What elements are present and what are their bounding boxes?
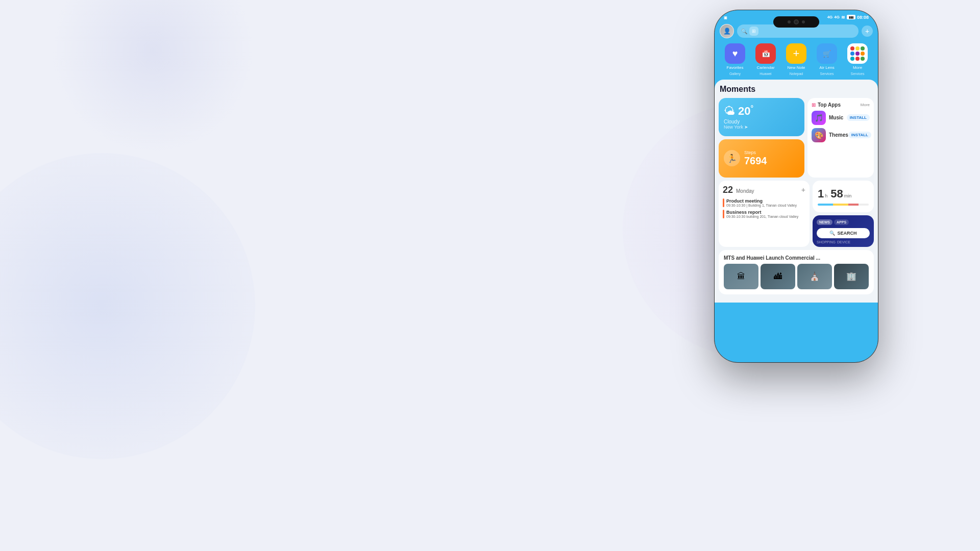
bg-decoration-topleft	[51, 0, 255, 153]
calendar-widget[interactable]: 22 Monday + Product meeting 09:30-10:30 …	[719, 181, 810, 247]
app-item-new-note[interactable]: + New Note Notepad	[783, 43, 809, 76]
top-apps-header: ⊞ Top Apps More	[812, 102, 870, 108]
top-apps-title: Top Apps	[818, 102, 841, 108]
phone-device: ▣ 4G 4G ≋ ▮▮▮ 08:08 👤 🔍 ⊞	[715, 10, 878, 367]
search-tag-news: NEWS	[817, 219, 832, 225]
news-image-1: 🏛	[724, 264, 758, 289]
themes-install-button[interactable]: INSTALL	[848, 132, 871, 138]
news-headline: MTS and Huawei Launch Commercial ...	[724, 255, 869, 261]
calendar-day-name: Monday	[736, 188, 754, 194]
search-tag-shopping: SHOPPING	[817, 240, 836, 244]
timer-widget[interactable]: 1 h 58 min	[813, 181, 874, 212]
weather-condition-icon: 🌤	[724, 105, 735, 118]
moments-title: Moments	[719, 85, 874, 94]
air-lens-icon: 🛒	[817, 43, 837, 64]
timer-progress-bar	[818, 204, 869, 206]
weather-city: New York ➤	[724, 124, 799, 130]
battery-icon: ▮▮▮	[847, 15, 855, 19]
calendar-event-1: Product meeting 09:30-10:30 | Building 1…	[723, 198, 805, 207]
event-bar-1	[723, 198, 724, 207]
news-images: 🏛 🏙 ⛪ 🏢	[724, 264, 869, 289]
event-title-1: Product meeting	[726, 198, 805, 204]
search-widget-button[interactable]: 🔍 SEARCH	[817, 228, 870, 238]
search-tag-apps: APPS	[834, 219, 849, 225]
scan-icon[interactable]: ⊞	[749, 27, 758, 36]
news-img-placeholder-4: 🏢	[834, 264, 869, 289]
status-carrier: ▣	[724, 14, 727, 20]
timer-search-col: 1 h 58 min NEWS APPS	[813, 181, 874, 247]
news-img-placeholder-2: 🏙	[761, 264, 795, 289]
news-img-placeholder-1: 🏛	[724, 264, 758, 289]
app-item-air-lens[interactable]: 🛒 Air Lens Services	[814, 43, 840, 76]
news-image-2: 🏙	[761, 264, 795, 289]
more-services-icon	[847, 43, 868, 64]
notch-dot	[802, 20, 805, 23]
weather-steps-col: 🌤 20° Cloudy New York ➤	[719, 98, 804, 178]
news-image-3: ⛪	[797, 264, 832, 289]
steps-widget[interactable]: 🏃 Steps 7694	[719, 139, 804, 178]
weather-temperature: 20°	[738, 105, 753, 117]
top-apps-more-link[interactable]: More	[861, 103, 870, 107]
music-install-button[interactable]: INSTALL	[847, 114, 870, 121]
wifi-icon: ≋	[841, 15, 845, 20]
steps-label: Steps	[744, 150, 767, 155]
news-image-4: 🏢	[834, 264, 869, 289]
apps-row: ♥ Favorites Gallery 📅 Carlendar Huawei +…	[715, 40, 878, 80]
top-apps-themes-row: 🎨 Themes INSTALL	[812, 128, 870, 142]
steps-info: Steps 7694	[744, 150, 767, 167]
content-area: Moments 🌤 20°	[715, 80, 878, 303]
app-item-calendar[interactable]: 📅 Carlendar Huawei	[753, 43, 778, 76]
event-title-2: Business report	[726, 210, 805, 215]
notch-sensor	[788, 20, 791, 23]
event-time-1: 09:30-10:30 | Building 1, Tianan cloud V…	[726, 204, 805, 207]
search-widget[interactable]: NEWS APPS 🔍 SEARCH SHOPPING DEVICE	[813, 215, 874, 247]
timer-display: 1 h 58 min	[818, 187, 851, 201]
phone-screen: ▣ 4G 4G ≋ ▮▮▮ 08:08 👤 🔍 ⊞	[715, 10, 878, 362]
event-bar-2	[723, 210, 724, 218]
news-widget[interactable]: MTS and Huawei Launch Commercial ... 🏛 🏙…	[719, 250, 874, 294]
new-note-icon: +	[786, 43, 806, 64]
add-icon[interactable]: +	[862, 26, 873, 37]
search-widget-search-icon: 🔍	[829, 231, 835, 236]
phone-notch	[773, 16, 819, 28]
signal2-icon: 4G	[834, 15, 840, 19]
steps-count: 7694	[744, 155, 767, 167]
weather-widget[interactable]: 🌤 20° Cloudy New York ➤	[719, 98, 804, 136]
widgets-row2: 22 Monday + Product meeting 09:30-10:30 …	[719, 181, 874, 247]
search-widget-label: SEARCH	[837, 231, 856, 236]
music-app-icon: 🎵	[812, 111, 826, 125]
bg-decoration-left	[0, 153, 255, 459]
calendar-icon: 📅	[755, 43, 776, 64]
app-item-favorites[interactable]: ♥ Favorites Gallery	[722, 43, 748, 76]
timer-m-label: min	[844, 193, 852, 198]
top-apps-grid-icon: ⊞	[812, 102, 816, 108]
themes-app-icon: 🎨	[812, 128, 826, 142]
top-apps-music-row: 🎵 Music INSTALL	[812, 111, 870, 125]
search-bottom-tags: SHOPPING DEVICE	[817, 240, 870, 244]
weather-condition-text: Cloudy	[724, 119, 799, 124]
search-icon: 🔍	[741, 29, 747, 34]
themes-app-name: Themes	[829, 132, 848, 138]
calendar-event-2: Business report 09:30-10:30 building 201…	[723, 210, 805, 218]
avatar[interactable]: 👤	[720, 24, 734, 38]
calendar-header: 22 Monday +	[723, 185, 805, 195]
timer-mins: 58	[830, 187, 843, 201]
news-img-placeholder-3: ⛪	[797, 264, 832, 289]
timer-h-label: h	[825, 193, 827, 198]
steps-run-icon: 🏃	[724, 150, 740, 166]
notch-camera	[794, 19, 799, 24]
status-time: 08:08	[857, 15, 869, 20]
favorites-icon: ♥	[725, 43, 745, 64]
event-time-2: 09:30-10:30 building 201, Tianan cloud V…	[726, 215, 805, 218]
phone-body: ▣ 4G 4G ≋ ▮▮▮ 08:08 👤 🔍 ⊞	[715, 10, 878, 362]
search-tag-device: DEVICE	[837, 240, 850, 244]
music-app-name: Music	[829, 115, 843, 120]
status-icons: 4G 4G ≋ ▮▮▮ 08:08	[827, 15, 869, 20]
widgets-row1: 🌤 20° Cloudy New York ➤	[719, 98, 874, 178]
timer-hours: 1	[818, 187, 824, 201]
calendar-add-button[interactable]: +	[801, 186, 805, 194]
top-apps-widget: ⊞ Top Apps More 🎵 Music INSTALL	[807, 98, 874, 178]
calendar-day-number: 22	[723, 185, 733, 195]
signal-icon: 4G	[827, 15, 833, 19]
app-item-more[interactable]: More Services	[845, 43, 870, 76]
